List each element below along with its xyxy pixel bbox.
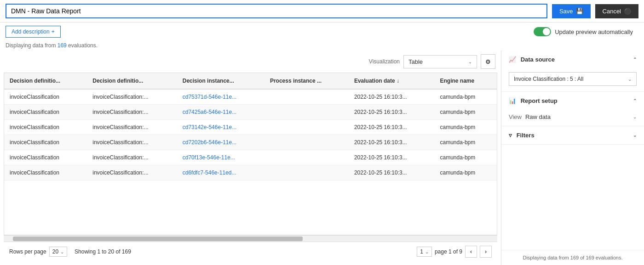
title-input[interactable] <box>6 4 547 18</box>
cell-inst-id[interactable]: cd75371d-546e-11e... <box>177 89 264 105</box>
report-setup-header[interactable]: 📊 Report setup ⌃ <box>501 92 644 110</box>
cell-engine: camunda-bpm <box>435 150 497 165</box>
save-button[interactable]: Save 💾 <box>552 4 591 18</box>
cell-eval-date: 2022-10-25 16:10:3... <box>349 150 435 165</box>
cell-eval-date: 2022-10-25 16:10:3... <box>349 165 435 180</box>
cell-inst-id[interactable]: cd6fdfc7-546e-11ed... <box>177 165 264 180</box>
cell-def-name: invoiceClassification:... <box>87 105 177 120</box>
table-header: Decision definitio... Decision definitio… <box>4 73 497 89</box>
data-info-prefix: Displaying data from <box>6 42 58 49</box>
scrollbar-thumb[interactable] <box>13 237 303 241</box>
cell-def-key: invoiceClassification <box>4 105 87 120</box>
col-engine[interactable]: Engine name <box>435 73 497 89</box>
cell-def-key: invoiceClassification <box>4 89 87 105</box>
cell-eval-date: 2022-10-25 16:10:3... <box>349 89 435 105</box>
cell-def-name: invoiceClassification:... <box>87 165 177 180</box>
data-source-select[interactable]: Invoice Classification : 5 : All ⌄ <box>509 72 637 86</box>
sort-icon: ↓ <box>397 78 399 84</box>
cell-def-name: invoiceClassification:... <box>87 135 177 150</box>
cancel-icon: ⚫ <box>624 8 631 15</box>
data-source-content: Invoice Classification : 5 : All ⌄ <box>501 68 644 91</box>
pagination-bar: Rows per page 20 ⌄ Showing 1 to 20 of 16… <box>4 242 497 261</box>
cell-inst-id[interactable]: cd70f13e-546e-11e... <box>177 150 264 165</box>
right-panel: 📈 Data source ⌃ Invoice Classification :… <box>501 51 644 265</box>
settings-button[interactable]: ⚙ <box>481 54 495 69</box>
page-number-select[interactable]: 1 ⌄ <box>417 247 432 257</box>
col-proc-inst[interactable]: Process instance ... <box>264 73 349 89</box>
cancel-label: Cancel <box>603 8 621 15</box>
cell-inst-id[interactable]: cd7425a6-546e-11e... <box>177 105 264 120</box>
save-icon: 💾 <box>576 8 583 15</box>
showing-info: Showing 1 to 20 of 169 <box>75 248 409 255</box>
rows-per-page-value: 20 <box>52 248 58 255</box>
content-area: Visualization Table ⌄ ⚙ Decision definit… <box>0 51 501 265</box>
cell-def-name: invoiceClassification:... <box>87 120 177 135</box>
cell-def-key: invoiceClassification <box>4 165 87 180</box>
visualization-label: Visualization <box>369 58 400 65</box>
filters-section: ▿ Filters ⌄ <box>501 126 644 145</box>
cell-engine: camunda-bpm <box>435 105 497 120</box>
col-inst-id[interactable]: Decision instance... <box>177 73 264 89</box>
data-info-bar: Displaying data from 169 evaluations. <box>0 41 644 51</box>
rows-chevron-icon: ⌄ <box>60 249 64 254</box>
save-label: Save <box>559 8 573 15</box>
showing-text: Showing 1 to 20 of 169 <box>75 248 131 255</box>
col-eval-date[interactable]: Evaluation date ↓ <box>349 73 435 89</box>
page-navigation: 1 ⌄ page 1 of 9 ‹ › <box>417 246 492 258</box>
add-description-button[interactable]: Add description + <box>6 26 61 38</box>
cell-eval-date: 2022-10-25 16:10:3... <box>349 135 435 150</box>
col-def-name[interactable]: Decision definitio... <box>87 73 177 89</box>
horizontal-scrollbar[interactable] <box>4 235 497 242</box>
data-source-section: 📈 Data source ⌃ Invoice Classification :… <box>501 51 644 92</box>
col-def-key[interactable]: Decision definitio... <box>4 73 87 89</box>
view-label: View <box>509 113 522 120</box>
cell-proc-inst <box>264 165 349 180</box>
cell-def-key: invoiceClassification <box>4 150 87 165</box>
cell-proc-inst <box>264 135 349 150</box>
data-source-title: Data source <box>521 56 555 63</box>
cell-inst-id[interactable]: cd73142e-546e-11e... <box>177 120 264 135</box>
panel-footer-text: Displaying data from 169 of 169 evaluati… <box>523 255 622 260</box>
table-row: invoiceClassification invoiceClassificat… <box>4 105 497 120</box>
visualization-bar: Visualization Table ⌄ ⚙ <box>4 54 497 69</box>
header: Save 💾 Cancel ⚫ <box>0 0 644 23</box>
report-setup-title: Report setup <box>521 97 558 104</box>
prev-page-button[interactable]: ‹ <box>465 246 477 258</box>
report-setup-section: 📊 Report setup ⌃ View Raw data ⌄ <box>501 92 644 126</box>
cell-engine: camunda-bpm <box>435 135 497 150</box>
viz-selected-value: Table <box>408 58 423 65</box>
visualization-select[interactable]: Table ⌄ <box>403 55 477 68</box>
cell-proc-inst <box>264 89 349 105</box>
cell-engine: camunda-bpm <box>435 89 497 105</box>
database-icon: 📈 <box>509 56 516 63</box>
add-icon: + <box>52 28 55 35</box>
data-source-value: Invoice Classification : 5 : All <box>514 76 583 82</box>
add-desc-label: Add description <box>12 28 50 35</box>
data-source-chevron: ⌃ <box>633 57 637 62</box>
next-page-button[interactable]: › <box>480 246 492 258</box>
rows-per-page-select[interactable]: 20 ⌄ <box>49 247 67 257</box>
data-source-header[interactable]: 📈 Data source ⌃ <box>501 51 644 68</box>
toggle-knob <box>543 28 550 35</box>
cell-engine: camunda-bpm <box>435 120 497 135</box>
data-info-count: 169 <box>58 42 67 49</box>
filters-header[interactable]: ▿ Filters ⌄ <box>501 126 644 144</box>
cell-proc-inst <box>264 150 349 165</box>
filters-chevron: ⌄ <box>633 133 637 138</box>
cell-eval-date: 2022-10-25 16:10:3... <box>349 105 435 120</box>
rows-per-page-label: Rows per page <box>9 248 46 255</box>
view-value-select[interactable]: Raw data ⌄ <box>525 113 637 120</box>
cancel-button[interactable]: Cancel ⚫ <box>595 4 638 18</box>
table-row: invoiceClassification invoiceClassificat… <box>4 135 497 150</box>
report-setup-content: View Raw data ⌄ <box>501 110 644 126</box>
page-chevron-icon: ⌄ <box>425 249 429 254</box>
auto-preview-toggle[interactable] <box>534 27 551 36</box>
panel-footer: Displaying data from 169 of 169 evaluati… <box>501 250 644 265</box>
cell-def-name: invoiceClassification:... <box>87 150 177 165</box>
cell-proc-inst <box>264 120 349 135</box>
table-row: invoiceClassification invoiceClassificat… <box>4 165 497 180</box>
auto-preview-label: Update preview automatically <box>555 28 633 35</box>
cell-inst-id[interactable]: cd7202b6-546e-11e... <box>177 135 264 150</box>
cell-def-key: invoiceClassification <box>4 135 87 150</box>
cell-eval-date: 2022-10-25 16:10:3... <box>349 120 435 135</box>
